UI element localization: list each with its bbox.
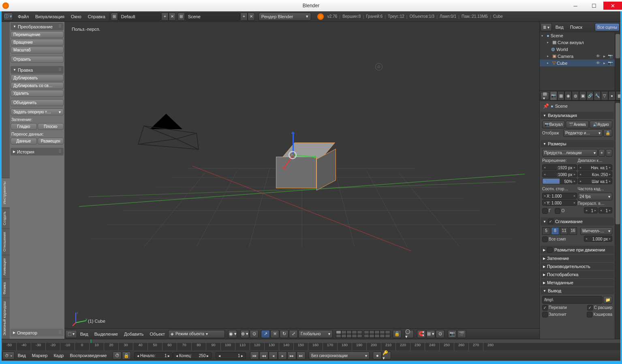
render-animation-button[interactable]: 🎬 (457, 330, 466, 338)
render-presets-dropdown[interactable]: Предуста…лизации▾ (542, 149, 598, 157)
aa-16-button[interactable]: 16 (569, 227, 577, 235)
layout-name-field[interactable]: Default (118, 13, 161, 21)
render-engine-dropdown[interactable]: Рендер Blender▾ (259, 13, 311, 21)
keyframe-prev-button[interactable]: ◂◂ (259, 351, 268, 360)
play-button[interactable]: ▸ (278, 351, 287, 360)
editor-type-icon[interactable]: ⓘ ▾ (3, 13, 13, 21)
sync-mode-dropdown[interactable]: Без синхронизации▾ (309, 351, 370, 360)
proptab-renderlayers[interactable]: ▦ (557, 91, 564, 100)
menu-help[interactable]: Справка (85, 14, 109, 19)
res-x-field[interactable]: :1920 px (542, 164, 577, 170)
panel-motion-blur[interactable]: Размытие при движении (541, 246, 614, 254)
fullsample-check[interactable] (542, 236, 548, 242)
extensions-check[interactable]: ✓ (587, 305, 593, 311)
outliner-scrollbar[interactable] (615, 32, 620, 90)
proptab-material[interactable]: ● (608, 91, 616, 100)
autokey-toggle[interactable]: ● (373, 351, 382, 360)
mode-dropdown[interactable]: ◈ Режим объекта ▾ (168, 330, 225, 338)
outliner-item-scene[interactable]: Scene (551, 33, 563, 38)
proptab-texture[interactable]: ▩ (616, 91, 620, 100)
editor-type-properties[interactable]: ▤ ▾ (541, 92, 549, 100)
tab-physics[interactable]: Физика (2, 279, 10, 298)
cache-check[interactable] (587, 312, 592, 317)
props-scrollbar[interactable] (615, 101, 620, 339)
shading-mode-button[interactable]: ◉ ▾ (228, 330, 237, 338)
manipulator-scale[interactable]: ⤢ (289, 330, 298, 338)
aa-size-field[interactable]: 1.000 px (584, 236, 612, 242)
proportional-edit-button[interactable]: ◯ ▾ (405, 330, 414, 338)
orientation-dropdown[interactable]: Глобально▾ (298, 330, 333, 338)
aa-filter-dropdown[interactable]: Митчелл-…▾ (580, 227, 612, 235)
outliner-item-world[interactable]: World (556, 47, 568, 52)
frame-end-input[interactable]: ◂ Конец:250 ▸ (173, 352, 212, 359)
tab-animation[interactable]: Анимация (2, 255, 10, 279)
proptab-constraints[interactable]: 🔗 (586, 91, 594, 100)
jump-start-button[interactable]: ⏮ (250, 351, 259, 360)
maximize-button[interactable]: ☐ (585, 2, 603, 10)
keyingset-button[interactable]: 🔑 ▾ (382, 351, 391, 360)
panel-transform[interactable]: Преобразование⠿ (11, 23, 64, 30)
layers-widget[interactable] (336, 330, 390, 338)
outliner-menu-search[interactable]: Поиск (567, 25, 585, 30)
outliner-menu-view[interactable]: Вид (553, 25, 566, 30)
duplicate-button[interactable]: Дублировать (11, 75, 64, 81)
set-origin-button[interactable]: Задать опорную т…▾ (11, 109, 64, 115)
preset-add-button[interactable]: + (598, 149, 605, 157)
panel-metadata[interactable]: Метаданные (541, 279, 614, 286)
crop-check[interactable] (555, 208, 560, 214)
manipulator-translate[interactable]: ⤧ (270, 330, 279, 338)
proptab-object[interactable]: ▣ (579, 91, 586, 100)
play-reverse-button[interactable]: ◂ (269, 351, 278, 360)
remap-old-field[interactable]: 1 (584, 207, 598, 213)
layout-browse-button[interactable]: ⊞ (111, 13, 118, 21)
panel-edit[interactable]: Правка⠿ (11, 66, 64, 74)
tab-tools[interactable]: Инструменты (2, 178, 10, 207)
res-y-field[interactable]: :1080 px (542, 171, 577, 177)
frame-start-field[interactable]: Нач. ка:1 (578, 164, 613, 170)
close-button[interactable]: ✕ (603, 2, 622, 10)
snap-element-button[interactable]: ⊞ ▾ (426, 330, 435, 338)
menu-window[interactable]: Окно (68, 14, 85, 19)
outliner-tree[interactable]: ▾●Scene ▸▦Слои визуал ◍World ▸▣Camera👁▸📷… (540, 32, 615, 90)
panel-render-title[interactable]: Визуализация (541, 112, 614, 119)
rotate-button[interactable]: Вращение (11, 39, 64, 46)
mirror-button[interactable]: Отразить (11, 56, 64, 63)
res-pct-field[interactable]: 50% (542, 178, 577, 184)
timeline-track[interactable]: -50-40-30-20-100102030405060708090100110… (2, 339, 620, 350)
scene-delete-button[interactable]: ✕ (248, 13, 255, 21)
vp-menu-add[interactable]: Добавить (121, 332, 147, 336)
manipulator-rotate[interactable]: ↻ (280, 330, 289, 338)
lock-ui-button[interactable]: 🔒 (603, 129, 612, 137)
snap-target-button[interactable]: ⊙ (436, 330, 445, 338)
pivot-align-button[interactable]: ⊙ (250, 330, 259, 338)
cube-object[interactable] (278, 143, 323, 187)
join-button[interactable]: Объединить (11, 99, 64, 106)
shade-smooth-button[interactable]: Гладко (11, 123, 37, 130)
panel-performance[interactable]: Производительность (541, 263, 614, 270)
tab-create[interactable]: Создать (2, 208, 10, 228)
editor-type-3dview[interactable]: ⬚ ▾ (65, 330, 77, 338)
outliner-item-renderlayers[interactable]: Слои визуал (558, 40, 584, 45)
current-frame-input[interactable]: ◂1 ▸ (216, 352, 246, 359)
tl-menu-marker[interactable]: Маркер (29, 353, 51, 358)
datalayout-button[interactable]: Размещен (38, 138, 64, 145)
frame-start-input[interactable]: ◂ Начало:1 ▸ (134, 352, 173, 359)
display-mode-dropdown[interactable]: Редактор и…▾ (563, 129, 603, 137)
aa-5-button[interactable]: 5 (542, 227, 550, 235)
antialias-check[interactable]: ✓ (548, 219, 554, 224)
render-audio-button[interactable]: 🔊Аудио (590, 121, 612, 128)
snap-toggle[interactable]: 🧲 (417, 330, 426, 338)
scene-add-button[interactable]: + (240, 13, 248, 21)
tl-autokey-button[interactable]: 🔒 (122, 351, 131, 360)
preset-remove-button[interactable]: − (606, 149, 612, 157)
output-path-field[interactable]: /tmp\ (542, 296, 603, 304)
layout-delete-button[interactable]: ✕ (169, 13, 176, 21)
panel-antialias-title[interactable]: ✓Сглаживание (541, 217, 614, 226)
vp-menu-select[interactable]: Выделение (92, 332, 121, 336)
proptab-render[interactable]: 📷 (550, 91, 557, 100)
timeline-cursor[interactable] (91, 339, 91, 343)
shade-flat-button[interactable]: Плоско (38, 123, 64, 130)
vp-menu-view[interactable]: Вид (77, 332, 91, 336)
pin-icon[interactable]: 📌 (543, 103, 549, 109)
aa-8-button[interactable]: 8 (551, 227, 559, 235)
